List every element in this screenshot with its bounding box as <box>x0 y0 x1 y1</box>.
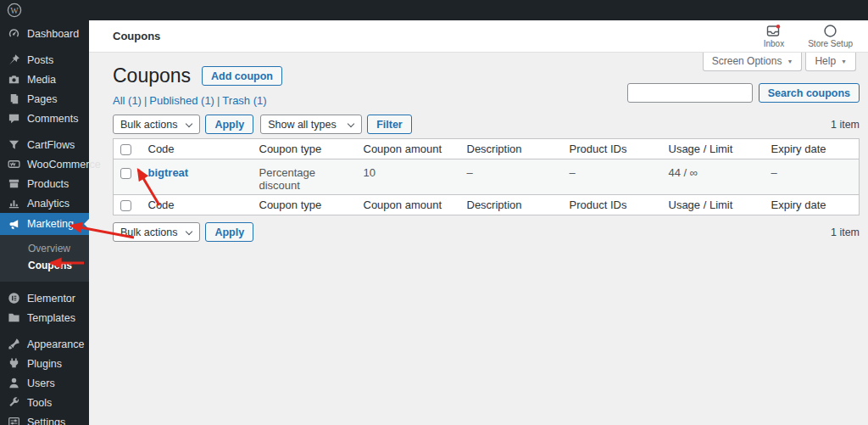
sidebar-item-tools[interactable]: Tools <box>0 393 89 412</box>
item-count-bottom: 1 item <box>831 226 860 238</box>
sidebar-item-products[interactable]: Products <box>0 174 89 193</box>
column-header-description: Description <box>460 139 563 159</box>
select-checkbox[interactable] <box>120 200 131 211</box>
select-all-cell <box>114 195 142 215</box>
select-checkbox[interactable] <box>120 144 131 155</box>
table-row: bigtreatPercentage discount10––44 / ∞– <box>114 159 860 195</box>
chevron-down-icon: ▼ <box>787 59 793 64</box>
filter-count: (1) <box>201 94 214 107</box>
search-coupons-button[interactable]: Search coupons <box>759 83 860 103</box>
sidebar-item-label: Media <box>27 74 56 86</box>
folder-icon <box>8 311 20 324</box>
cell-product-ids: – <box>563 159 662 195</box>
circle-icon <box>823 24 837 38</box>
menu-separator <box>0 327 89 334</box>
sidebar-item-analytics[interactable]: Analytics <box>0 193 89 213</box>
plug-icon <box>8 357 20 370</box>
marketing-submenu: OverviewCoupons <box>0 235 89 282</box>
elementor-icon <box>8 292 20 305</box>
apply-button-bottom[interactable]: Apply <box>205 222 253 242</box>
sidebar-item-marketing[interactable]: Marketing <box>0 213 89 235</box>
sidebar-item-settings[interactable]: Settings <box>0 412 89 425</box>
cell-usage-limit: 44 / ∞ <box>662 159 765 195</box>
store-setup-button[interactable]: Store Setup <box>808 24 853 48</box>
apply-button[interactable]: Apply <box>205 115 253 134</box>
column-header-usage-limit: Usage / Limit <box>662 195 765 215</box>
sidebar-item-label: Marketing <box>27 218 74 230</box>
column-header-coupon-amount: Coupon amount <box>357 139 460 159</box>
sidebar-item-media[interactable]: Media <box>0 70 89 89</box>
column-header-coupon-type: Coupon type <box>253 139 357 159</box>
store-setup-label: Store Setup <box>808 39 853 48</box>
bulk-actions-select[interactable]: Bulk actions <box>113 115 200 134</box>
column-header-usage-limit: Usage / Limit <box>662 139 765 159</box>
search-input[interactable] <box>627 83 753 103</box>
sidebar-item-label: WooCommerce <box>27 159 101 171</box>
bulk-actions-value: Bulk actions <box>120 119 177 131</box>
screen-options-label: Screen Options <box>712 55 782 67</box>
sidebar-item-label: Posts <box>27 54 53 66</box>
screen-options-tab[interactable]: Screen Options ▼ <box>703 53 803 71</box>
filter-count: (1) <box>253 94 267 107</box>
sidebar-item-templates[interactable]: Templates <box>0 308 89 327</box>
item-count: 1 item <box>831 119 860 131</box>
column-header-description: Description <box>460 195 563 215</box>
submenu-item-coupons[interactable]: Coupons <box>0 257 89 274</box>
submenu-item-overview[interactable]: Overview <box>0 240 89 257</box>
sidebar-item-woocommerce[interactable]: WooCommerce <box>0 154 89 174</box>
sidebar-item-posts[interactable]: Posts <box>0 50 89 70</box>
chevron-down-icon <box>348 120 354 127</box>
add-coupon-button[interactable]: Add coupon <box>202 66 282 86</box>
sidebar-item-label: Elementor <box>27 293 75 305</box>
column-header-expiry-date: Expiry date <box>765 139 860 159</box>
filter-link-all[interactable]: All (1) <box>113 94 142 107</box>
sidebar-item-appearance[interactable]: Appearance <box>0 334 89 354</box>
sidebar-item-label: Settings <box>27 417 65 425</box>
sidebar-item-label: Appearance <box>27 338 84 350</box>
filter-link-published[interactable]: Published (1) <box>149 94 214 107</box>
row-select-cell <box>114 159 142 195</box>
column-header-code: Code <box>142 139 253 159</box>
sidebar-item-elementor[interactable]: Elementor <box>0 288 89 308</box>
cell-description: – <box>460 159 563 195</box>
sidebar-item-users[interactable]: Users <box>0 373 89 393</box>
search-row: Search coupons <box>627 83 860 103</box>
filter-button[interactable]: Filter <box>367 115 412 134</box>
tablenav-bottom: Bulk actions Apply 1 item <box>113 222 860 242</box>
camera-icon <box>8 73 20 86</box>
comment-icon <box>8 112 20 125</box>
menu-gap <box>0 282 89 288</box>
coupon-type-select[interactable]: Show all types <box>260 115 362 134</box>
help-tab[interactable]: Help ▼ <box>805 53 856 71</box>
sidebar-item-pages[interactable]: Pages <box>0 89 89 109</box>
inbox-button[interactable]: Inbox <box>764 24 784 48</box>
admin-sidebar: DashboardPostsMediaPagesCommentsCartFlow… <box>0 0 89 425</box>
sidebar-item-comments[interactable]: Comments <box>0 109 89 128</box>
sidebar-item-label: Products <box>27 178 69 190</box>
sidebar-item-dashboard[interactable]: Dashboard <box>0 24 89 43</box>
funnel-icon <box>8 138 20 151</box>
cell-expiry-date: – <box>765 159 860 195</box>
bulk-actions-select-bottom[interactable]: Bulk actions <box>113 222 200 242</box>
woocommerce-icon <box>8 158 20 171</box>
column-header-product-ids: Product IDs <box>563 195 662 215</box>
sidebar-item-label: Pages <box>27 93 57 105</box>
sidebar-item-label: Tools <box>27 397 52 409</box>
filter-link-trash[interactable]: Trash (1) <box>222 94 266 107</box>
filter-count: (1) <box>128 94 142 107</box>
filter-separator: | <box>214 94 222 107</box>
brush-icon <box>8 338 20 350</box>
coupon-code-link[interactable]: bigtreat <box>148 166 189 179</box>
sidebar-item-label: Templates <box>27 312 75 324</box>
column-header-code: Code <box>142 195 253 215</box>
sidebar-item-label: Analytics <box>27 198 70 210</box>
wrench-icon <box>8 396 20 409</box>
box-icon <box>8 177 20 190</box>
filter-separator: | <box>142 94 149 107</box>
sidebar-item-cartflows[interactable]: CartFlows <box>0 135 89 154</box>
wordpress-icon[interactable]: W <box>7 3 22 18</box>
sidebar-item-plugins[interactable]: Plugins <box>0 354 89 373</box>
bar-chart-icon <box>8 197 20 210</box>
menu-separator <box>0 43 89 50</box>
select-checkbox[interactable] <box>120 168 131 179</box>
